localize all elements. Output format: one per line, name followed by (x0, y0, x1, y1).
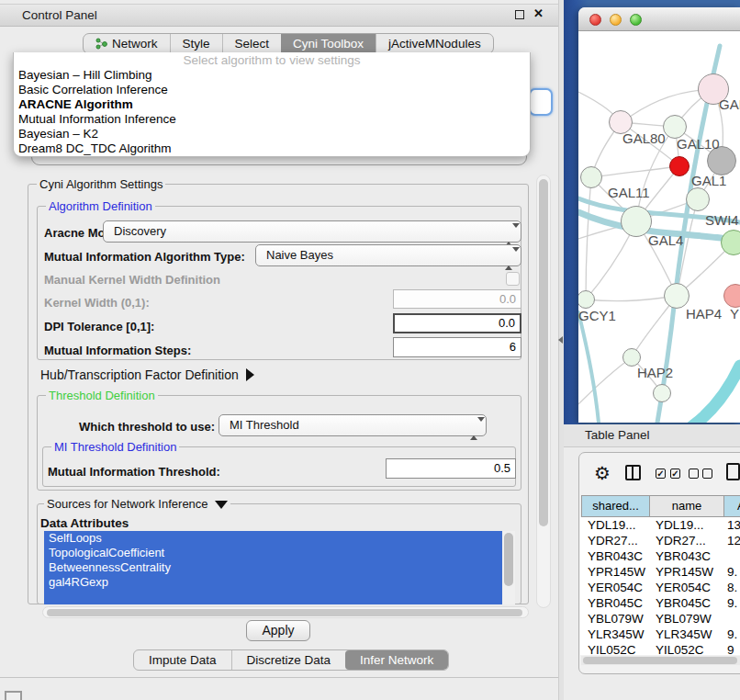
mi-threshold-field[interactable]: 0.5 (386, 458, 516, 479)
cyni-bottom-tabs: Impute Data Discretize Data Infer Networ… (133, 649, 449, 671)
aracne-mode-combobox[interactable]: Discovery (103, 220, 521, 243)
dropdown-placeholder: Select algorithm to view settings (14, 52, 530, 68)
table-row[interactable]: YBL079WYBL079W (580, 611, 740, 627)
column-header-name[interactable]: name (649, 495, 724, 517)
gear-icon[interactable]: ⚙ (594, 462, 611, 484)
unchecked-checkbox-icon[interactable] (689, 469, 699, 479)
scrollbar-thumb[interactable] (539, 179, 548, 526)
mi-type-label: Mutual Information Algorithm Type: (44, 250, 245, 264)
column-layout-icon[interactable] (625, 465, 641, 480)
collapse-left-icon[interactable] (558, 336, 563, 344)
network-node[interactable] (580, 166, 602, 188)
network-window: GAL GAL80 GAL10 GAL1 GAL11 SWI4 GAL4 GCY… (578, 7, 740, 423)
node-label: GAL4 (648, 232, 683, 248)
table-row[interactable]: YPR145WYPR145W9. (580, 564, 740, 580)
dropdown-item-selected[interactable]: ARACNE Algorithm (14, 97, 530, 112)
collapse-down-icon (215, 501, 228, 509)
network-node-highlighted[interactable] (669, 156, 690, 176)
dropdown-item[interactable]: Mutual Information Inference (14, 112, 530, 127)
network-node[interactable] (721, 230, 740, 255)
table-horizontal-scrollbar[interactable] (581, 656, 740, 665)
attributes-scrollbar[interactable] (502, 531, 515, 604)
table-row[interactable]: YBR043CYBR043C (580, 548, 740, 564)
scrollbar-thumb[interactable] (47, 609, 522, 616)
attribute-item[interactable] (44, 590, 512, 604)
node-label: GAL11 (608, 185, 650, 200)
bottom-left-widget[interactable] (5, 691, 22, 700)
node-table: YDL19...YDL19...13 YDR27...YDR27...12 YB… (580, 517, 740, 655)
dropdown-item[interactable]: Basic Correlation Inference (14, 83, 530, 97)
attribute-item[interactable]: TopologicalCoefficient (44, 546, 512, 560)
hub-definition-toggle[interactable]: Hub/Transcription Factor Definition (40, 367, 254, 382)
data-attributes-list: SelfLoops TopologicalCoefficient Between… (44, 531, 512, 604)
table-row[interactable]: YBR045CYBR045C9. (580, 595, 740, 611)
zoom-traffic-light-icon[interactable] (630, 14, 642, 26)
control-panel-title: Control Panel (22, 8, 97, 22)
which-threshold-combobox[interactable]: MI Threshold (219, 414, 487, 436)
attribute-item[interactable]: SelfLoops (44, 531, 512, 546)
attribute-item[interactable]: gal4RGexp (44, 575, 512, 590)
kernel-width-field[interactable]: 0.0 (393, 289, 521, 309)
network-node[interactable] (622, 348, 641, 367)
network-window-titlebar[interactable] (578, 7, 740, 31)
sources-group-title[interactable]: Sources for Network Inference (44, 497, 230, 511)
dropdown-item[interactable]: Dream8 DC_TDC Algorithm (14, 141, 530, 156)
mi-steps-field[interactable]: 6 (393, 337, 521, 357)
close-panel-icon[interactable]: ✕ (533, 6, 544, 20)
checked-checkbox-icon[interactable]: ✓ (656, 469, 666, 479)
tab-label: Network (112, 37, 158, 51)
tab-discretize-data[interactable]: Discretize Data (231, 650, 346, 670)
node-label: Y (730, 306, 739, 322)
combo-stepper-icon (470, 419, 478, 433)
tab-select[interactable]: Select (222, 34, 282, 53)
settings-group-title: Cyni Algorithm Settings (37, 177, 165, 191)
which-threshold-label: Which threshold to use: (79, 420, 215, 434)
dpi-tolerance-label: DPI Tolerance [0,1]: (44, 320, 154, 333)
table-row[interactable]: YLR345WYLR345W9. (580, 627, 740, 642)
node-label: HAP2 (637, 365, 673, 380)
tab-infer-network[interactable]: Infer Network (345, 650, 448, 670)
control-panel-tabs: Network Style Select Cyni Toolbox jActiv… (83, 33, 494, 54)
scrollbar-thumb[interactable] (583, 657, 737, 664)
expand-right-icon (246, 368, 254, 381)
attribute-item[interactable]: BetweennessCentrality (44, 560, 512, 575)
network-node[interactable] (621, 206, 652, 237)
float-window-icon[interactable] (515, 10, 524, 19)
algorithm-dropdown-list: Select algorithm to view settings Bayesi… (13, 52, 531, 157)
panel-bottom-border (0, 677, 558, 678)
network-node[interactable] (664, 283, 690, 309)
network-node[interactable] (686, 187, 710, 211)
minimize-traffic-light-icon[interactable] (610, 14, 622, 26)
algorithm-combobox-edge[interactable] (529, 88, 553, 116)
scrollbar-thumb[interactable] (504, 533, 513, 586)
tab-jactivemnodules[interactable]: jActiveMNodules (376, 34, 493, 53)
tab-style[interactable]: Style (170, 34, 222, 53)
page-icon[interactable] (726, 463, 740, 480)
column-header-clipped[interactable]: A (723, 495, 740, 517)
network-node[interactable] (653, 384, 671, 402)
settings-vertical-scrollbar[interactable] (536, 175, 551, 608)
manual-kernel-checkbox[interactable] (506, 272, 520, 286)
node-label: SWI4 (705, 212, 739, 228)
mi-type-combobox[interactable]: Naive Bayes (255, 244, 521, 266)
settings-horizontal-scrollbar[interactable] (42, 606, 529, 618)
column-header-shared[interactable]: shared... (581, 495, 650, 517)
data-attributes-label: Data Attributes (40, 516, 129, 530)
table-row[interactable]: YER054CYER054C8. (580, 580, 740, 595)
table-row[interactable]: YIL052CYIL052C9 (580, 642, 740, 655)
node-label: GCY1 (578, 308, 616, 323)
dropdown-item[interactable]: Bayesian – Hill Climbing (14, 68, 530, 83)
apply-button[interactable]: Apply (246, 620, 310, 641)
dropdown-item[interactable]: Bayesian – K2 (14, 127, 530, 141)
table-row[interactable]: YDR27...YDR27...12 (580, 533, 740, 548)
close-traffic-light-icon[interactable] (589, 14, 601, 26)
table-panel-body: ⚙ ✓ ✓ shared... name A YDL19...YDL19...1… (578, 452, 740, 674)
tab-network[interactable]: Network (84, 34, 170, 53)
dpi-tolerance-field[interactable]: 0.0 (393, 313, 521, 333)
tab-cyni-toolbox[interactable]: Cyni Toolbox (281, 34, 376, 53)
unchecked-checkbox-icon[interactable] (702, 469, 712, 479)
tab-impute-data[interactable]: Impute Data (134, 650, 231, 670)
checked-checkbox-icon[interactable]: ✓ (670, 469, 680, 479)
network-canvas[interactable]: GAL GAL80 GAL10 GAL1 GAL11 SWI4 GAL4 GCY… (578, 31, 740, 423)
table-row[interactable]: YDL19...YDL19...13 (580, 517, 740, 533)
